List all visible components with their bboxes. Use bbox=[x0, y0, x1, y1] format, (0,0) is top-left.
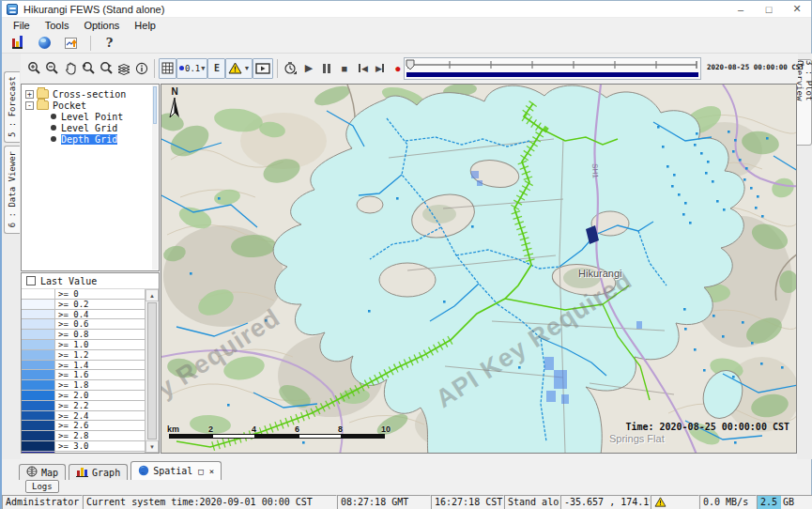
legend-row[interactable]: >= 2.4 bbox=[22, 411, 145, 422]
legend-row-label: >= 2.2 bbox=[55, 401, 89, 410]
legend-row[interactable]: >= 1.0 bbox=[22, 340, 145, 350]
last-value-checkbox[interactable] bbox=[26, 276, 36, 285]
label-tool-button[interactable]: E bbox=[207, 58, 225, 79]
info-icon[interactable] bbox=[132, 58, 150, 79]
legend-row[interactable]: >= 3.0 bbox=[22, 441, 145, 452]
tab-graph[interactable]: Graph bbox=[69, 464, 128, 480]
tab-plot-overview[interactable]: 3 : Plot Overview bbox=[797, 59, 812, 146]
legend-row-label: >= 3.2 bbox=[55, 452, 89, 453]
skip-to-end-button[interactable]: ▶ bbox=[371, 58, 389, 79]
map-viewport[interactable]: API Key Required API Key Required N Hiku… bbox=[161, 84, 797, 454]
tab-label: Map bbox=[41, 468, 58, 478]
expander-icon[interactable]: + bbox=[25, 90, 34, 99]
tab-map[interactable]: Map bbox=[19, 464, 66, 480]
legend-row[interactable]: >= 2.2 bbox=[22, 401, 145, 411]
scale-bar: km246810 bbox=[167, 424, 402, 441]
legend-row-label: >= 1.8 bbox=[55, 380, 89, 390]
bar-chart-icon bbox=[76, 466, 88, 479]
legend-title: Last Value bbox=[40, 276, 97, 286]
scroll-down-icon[interactable]: ▼ bbox=[146, 440, 159, 453]
globe-button[interactable] bbox=[36, 33, 54, 54]
zoom-out-icon[interactable] bbox=[43, 58, 61, 79]
tree-item-level-grid[interactable]: Level Grid bbox=[22, 122, 159, 133]
tree-item-label: Level Grid bbox=[61, 123, 117, 133]
pause-button[interactable] bbox=[317, 58, 335, 79]
legend-row[interactable]: >= 1.8 bbox=[22, 380, 145, 391]
legend-row[interactable]: >= 3.2 bbox=[22, 452, 145, 453]
legend-swatch bbox=[22, 361, 55, 370]
legend-row[interactable]: >= 0.6 bbox=[22, 319, 145, 330]
close-button[interactable]: ✕ bbox=[783, 1, 811, 17]
play-window-button[interactable] bbox=[253, 58, 273, 79]
legend-row-label: >= 1.2 bbox=[55, 350, 89, 360]
explorer-barchart-icon[interactable] bbox=[8, 33, 26, 54]
tree-panel[interactable]: +Cross-section-PocketLevel PointLevel Gr… bbox=[21, 84, 160, 271]
layers-icon[interactable] bbox=[115, 58, 132, 79]
zoom-next-icon[interactable] bbox=[97, 58, 115, 79]
pan-hand-icon[interactable] bbox=[61, 58, 79, 79]
app-window: Hikurangi FEWS (Stand alone) – □ ✕ FileT… bbox=[0, 0, 812, 509]
tree-item-label: Level Point bbox=[61, 112, 123, 122]
timeseries-import-icon[interactable] bbox=[63, 33, 81, 54]
legend-row-label: >= 2.0 bbox=[55, 391, 89, 400]
legend-row[interactable]: >= 0.2 bbox=[22, 300, 145, 310]
menu-tools[interactable]: Tools bbox=[38, 19, 77, 32]
menu-options[interactable]: Options bbox=[76, 19, 127, 32]
tab-data-viewer[interactable]: 6 : Data Viewer bbox=[4, 146, 20, 234]
tree-item-label: Cross-section bbox=[53, 89, 126, 100]
legend-row[interactable]: >= 0.8 bbox=[22, 330, 145, 340]
status-warning-icon bbox=[651, 495, 699, 509]
status-administrator: Administrator bbox=[2, 495, 83, 509]
menu-bar: FileToolsOptionsHelp bbox=[2, 18, 811, 33]
legend-row[interactable]: >= 2.0 bbox=[22, 391, 145, 401]
tree-scrollbar[interactable] bbox=[152, 85, 158, 270]
menu-help[interactable]: Help bbox=[127, 19, 163, 32]
legend-swatch bbox=[22, 370, 55, 379]
animation-timer-icon[interactable] bbox=[282, 58, 299, 79]
legend-swatch bbox=[22, 452, 55, 453]
toolbar-separator bbox=[90, 36, 91, 51]
globe-icon bbox=[138, 465, 149, 478]
scroll-up-icon[interactable]: ▲ bbox=[146, 289, 159, 301]
stop-button[interactable]: ■ bbox=[335, 58, 353, 79]
tab-close-icon[interactable]: × bbox=[209, 467, 214, 476]
legend-scrollbar[interactable]: ▲ ▼ bbox=[145, 289, 159, 453]
legend-row[interactable]: >= 2.6 bbox=[22, 421, 145, 431]
tree-item-level-point[interactable]: Level Point bbox=[22, 111, 159, 122]
tree-item-pocket[interactable]: -Pocket bbox=[22, 100, 159, 111]
grid-toggle-button[interactable] bbox=[159, 58, 176, 79]
legend-row[interactable]: >= 2.8 bbox=[22, 431, 145, 441]
scale-segment bbox=[342, 434, 385, 439]
zoom-in-icon[interactable] bbox=[25, 58, 43, 79]
dot-icon bbox=[179, 66, 184, 70]
timeline-slider[interactable] bbox=[404, 57, 701, 80]
map-toolbar: 0.1 ▼ E ▼ ▶ ■ ◀ ▶ ● bbox=[21, 54, 798, 83]
folder-icon bbox=[37, 100, 49, 110]
menu-file[interactable]: File bbox=[6, 19, 38, 32]
warning-dropdown[interactable]: ▼ bbox=[225, 58, 253, 79]
help-button[interactable]: ? bbox=[100, 33, 118, 54]
zoom-previous-icon[interactable] bbox=[79, 58, 97, 79]
scroll-thumb[interactable] bbox=[147, 302, 157, 440]
legend-swatch bbox=[22, 289, 55, 299]
logs-button[interactable]: Logs bbox=[25, 480, 59, 493]
legend-row[interactable]: >= 1.6 bbox=[22, 370, 145, 380]
threshold-dropdown[interactable]: 0.1 ▼ bbox=[176, 58, 207, 79]
legend-row[interactable]: >= 0.4 bbox=[22, 310, 145, 320]
tab-spatial[interactable]: Spatial□× bbox=[130, 461, 222, 480]
play-button[interactable]: ▶ bbox=[299, 58, 317, 79]
tab-forecast[interactable]: 5 : Forecast bbox=[4, 71, 20, 143]
legend-row[interactable]: >= 0 bbox=[22, 289, 145, 300]
legend-row[interactable]: >= 1.2 bbox=[22, 350, 145, 361]
app-logo-icon bbox=[7, 4, 18, 15]
expander-icon[interactable]: - bbox=[25, 101, 34, 110]
minimize-button[interactable]: – bbox=[727, 1, 755, 17]
maximize-button[interactable]: □ bbox=[755, 1, 783, 17]
legend-row-label: >= 2.6 bbox=[55, 421, 89, 430]
legend-row[interactable]: >= 1.4 bbox=[22, 361, 145, 371]
skip-to-start-button[interactable]: ◀ bbox=[353, 58, 371, 79]
legend-swatch bbox=[22, 441, 55, 451]
tree-item-depth-grid[interactable]: Depth Grid bbox=[22, 133, 159, 145]
tab-maximize-icon[interactable]: □ bbox=[198, 467, 203, 476]
status-stand-alone: Stand alone bbox=[504, 495, 560, 509]
